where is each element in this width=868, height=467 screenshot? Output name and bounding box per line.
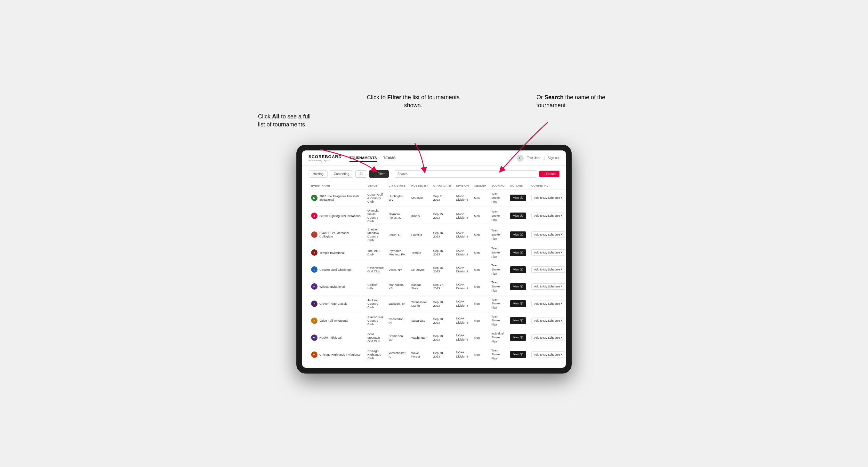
gender-cell: Men [471, 346, 489, 363]
add-schedule-button[interactable]: Add to My Schedule + [531, 213, 565, 219]
annotation-topcenter: Click to Filter the list of tournaments … [361, 93, 466, 110]
scoring-cell: Team, Stroke Play [489, 189, 507, 207]
add-schedule-button[interactable]: Add to My Schedule + [531, 283, 565, 290]
hosted-by-cell: Illinois [409, 207, 431, 225]
add-schedule-button[interactable]: Add to My Schedule + [531, 249, 565, 256]
col-gender: GENDER [471, 182, 489, 189]
event-name: Ryan T. Lee Memorial Collegiate [319, 231, 362, 238]
nav-tab-teams[interactable]: TEAMS [383, 155, 396, 162]
event-name: Valpo Fall Invitational [319, 319, 348, 322]
city-state-cell: Chesterton, IN [386, 312, 409, 329]
gender-cell: Men [471, 295, 489, 312]
event-name-cell: K Wildcat Invitational [309, 278, 365, 295]
gender-cell: Men [471, 312, 489, 329]
view-button[interactable]: View ⓘ [510, 249, 526, 256]
annotation-topright: Or Search the name of the tournament. [536, 93, 610, 110]
team-logo: W [311, 351, 317, 358]
table-header-row: EVENT NAME VENUE CITY, STATE HOSTED BY S… [309, 182, 566, 189]
view-button[interactable]: View ⓘ [510, 213, 526, 219]
competing-cell: Add to My Schedule + [529, 312, 566, 329]
col-venue: VENUE [365, 182, 386, 189]
header-right: U Test User | Sign out [517, 155, 559, 162]
actions-cell: View ⓘ [507, 261, 529, 278]
scoring-cell: Team, Stroke Play [489, 225, 507, 244]
add-schedule-button[interactable]: Add to My Schedule + [531, 351, 565, 358]
table-row: T Temple Invitational The 1912 ClubPlymo… [309, 244, 566, 261]
add-schedule-button[interactable]: Add to My Schedule + [531, 266, 565, 273]
table-row: M 2023 Joe Feaganes Marshall Invitationa… [309, 189, 566, 207]
view-button[interactable]: View ⓘ [510, 195, 526, 201]
team-logo: I [311, 213, 317, 219]
actions-cell: View ⓘ [507, 225, 529, 244]
col-division: DIVISION [454, 182, 471, 189]
create-label: + Create [543, 172, 556, 176]
event-name: Upstate Dual Challenge [319, 268, 351, 272]
gender-cell: Men [471, 207, 489, 225]
col-event-name: EVENT NAME [309, 182, 365, 189]
division-cell: NCAA Division I [454, 244, 471, 261]
user-avatar: U [517, 155, 524, 162]
add-schedule-button[interactable]: Add to My Schedule + [531, 301, 565, 307]
competing-cell: Add to My Schedule + [529, 295, 566, 312]
actions-cell: View ⓘ [507, 207, 529, 225]
col-hosted-by: HOSTED BY [409, 182, 431, 189]
add-schedule-button[interactable]: Add to My Schedule + [531, 335, 565, 341]
actions-cell: View ⓘ [507, 295, 529, 312]
competing-cell: Add to My Schedule + [529, 329, 566, 346]
team-logo: K [311, 283, 317, 290]
view-button[interactable]: View ⓘ [510, 317, 526, 324]
start-date-cell: Sep 16, 2023 [431, 244, 454, 261]
tab-hosting[interactable]: Hosting [309, 170, 328, 178]
city-state-cell: Berlin, CT [386, 225, 409, 244]
table-row: W Chicago Highlands Invitational Chicago… [309, 346, 566, 363]
col-city-state: CITY, STATE [386, 182, 409, 189]
tournaments-table: EVENT NAME VENUE CITY, STATE HOSTED BY S… [309, 182, 566, 363]
main-nav: TOURNAMENTS TEAMS [349, 155, 517, 162]
search-input[interactable] [394, 170, 538, 178]
header-separator: | [544, 156, 545, 160]
team-logo: W [311, 335, 317, 341]
tablet-screen: SCOREBOARD Powered by clippd TOURNAMENTS… [302, 150, 566, 368]
event-name-cell: V Valpo Fall Invitational [309, 312, 365, 329]
city-state-cell: Jackson, TN [386, 295, 409, 312]
event-name-cell: W Chicago Highlands Invitational [309, 346, 365, 363]
scoring-cell: Team, Stroke Play [489, 346, 507, 363]
annotation-topleft: Click All to see a full list of tourname… [258, 113, 316, 129]
team-logo: L [311, 266, 317, 273]
col-actions: ACTIONS [507, 182, 529, 189]
view-button[interactable]: View ⓘ [510, 283, 526, 290]
create-button[interactable]: + Create [539, 170, 559, 177]
event-name-cell: T Temple Invitational [309, 244, 365, 261]
event-name: Husky Individual [319, 336, 341, 339]
view-button[interactable]: View ⓘ [510, 300, 526, 307]
venue-cell: Ravenwood Golf Club [365, 261, 386, 278]
tab-all[interactable]: All [355, 170, 367, 178]
scoring-cell: Team, Stroke Play [489, 244, 507, 261]
table-row: K Wildcat Invitational Colbert HillsManh… [309, 278, 566, 295]
event-name: Grover Page Classic [319, 302, 347, 305]
gender-cell: Men [471, 329, 489, 346]
gender-cell: Men [471, 261, 489, 278]
actions-cell: View ⓘ [507, 346, 529, 363]
view-button[interactable]: View ⓘ [510, 351, 526, 358]
view-button[interactable]: View ⓘ [510, 266, 526, 273]
content-area: Hosting Competing All ☰ Filter + Create [302, 166, 566, 368]
view-button[interactable]: View ⓘ [510, 334, 526, 341]
scoring-cell: Individual, Stroke Play [489, 329, 507, 346]
competing-cell: Add to My Schedule + [529, 244, 566, 261]
tab-competing[interactable]: Competing [330, 170, 353, 178]
team-logo: T [311, 249, 317, 256]
division-cell: NCAA Division I [454, 329, 471, 346]
hosted-by-cell: Le Moyne [409, 261, 431, 278]
view-button[interactable]: View ⓘ [510, 231, 526, 238]
city-state-cell: Manhattan, KS [386, 278, 409, 295]
venue-cell: Guyan Golf & Country Club [365, 189, 386, 207]
add-schedule-button[interactable]: Add to My Schedule + [531, 317, 565, 324]
hosted-by-cell: Marshall [409, 189, 431, 207]
nav-tab-tournaments[interactable]: TOURNAMENTS [349, 155, 377, 162]
filter-button[interactable]: ☰ Filter [369, 170, 389, 178]
competing-cell: Add to My Schedule + [529, 207, 566, 225]
add-schedule-button[interactable]: Add to My Schedule + [531, 231, 565, 238]
sign-out-link[interactable]: Sign out [548, 156, 559, 160]
add-schedule-button[interactable]: Add to My Schedule + [531, 195, 565, 201]
